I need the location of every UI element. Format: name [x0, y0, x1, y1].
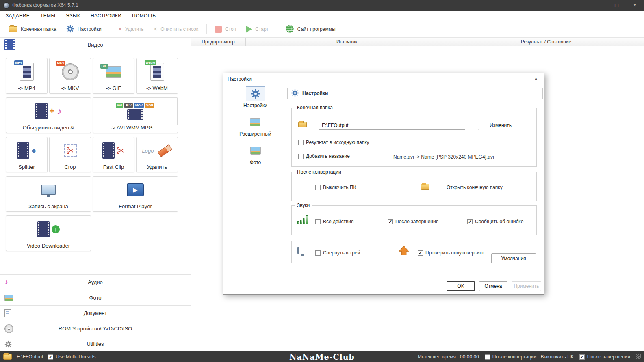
nav-item-settings[interactable]: Настройки	[243, 86, 267, 108]
stop-button[interactable]: Стоп	[210, 24, 241, 35]
start-icon	[246, 26, 252, 33]
toolbar-separator	[277, 24, 277, 34]
webm-file-icon: WebM	[137, 58, 178, 85]
tile-to-mp4[interactable]: MP4 -> MP4	[6, 58, 48, 94]
defaults-button[interactable]: Умолчания	[491, 253, 536, 263]
advanced-icon	[245, 115, 265, 129]
mp4-file-icon: MP4	[6, 58, 47, 85]
settings-button[interactable]: Настройки	[61, 23, 106, 36]
tile-video-downloader[interactable]: ↓ Video Downloader	[6, 215, 91, 251]
column-source[interactable]: Источник	[246, 38, 448, 46]
clear-list-label: Очистить список	[160, 26, 198, 32]
checkbox-result-source-folder[interactable]: Результат в исходную папку	[298, 140, 369, 145]
resize-grip[interactable]	[636, 354, 641, 359]
statusbar-folder-icon[interactable]	[3, 354, 12, 360]
change-button[interactable]: Изменить	[478, 121, 523, 130]
video-section-header[interactable]: Видео	[0, 38, 191, 52]
menu-item-themes[interactable]: ТЕМЫ	[40, 13, 55, 19]
tile-remove-logo[interactable]: Logo Удалить	[136, 137, 178, 172]
checkbox-sound-after-done[interactable]: ✓ После завершения	[388, 219, 438, 224]
output-folder-button[interactable]: Конечная папка	[4, 24, 61, 34]
dialog-title: Настройки	[228, 76, 252, 82]
menu-item-language[interactable]: ЯЗЫК	[66, 13, 80, 19]
toolbar-separator	[110, 24, 110, 34]
tile-to-gif[interactable]: GIF -> GIF	[93, 58, 134, 94]
open-folder-icon	[421, 184, 429, 190]
sidebar-item-photo[interactable]: Фото	[0, 290, 191, 305]
menu-item-task[interactable]: ЗАДАНИЕ	[6, 13, 30, 19]
apply-button[interactable]: Применить	[512, 281, 541, 291]
minimize-button[interactable]: –	[589, 0, 607, 11]
delete-button[interactable]: × Удалить	[113, 24, 149, 34]
website-label: Сайт программы	[297, 26, 336, 32]
watermark: NaNaMe-Club	[289, 352, 355, 361]
delete-icon: ×	[118, 26, 122, 32]
tray-monitor-icon	[297, 247, 299, 254]
statusbar-output-path[interactable]: E:\FFOutput	[17, 354, 43, 360]
checkbox-minimize-to-tray[interactable]: Свернуть в трей	[315, 250, 360, 256]
sidebar-item-rom[interactable]: ROM Устройство\DVD\CD\ISO	[0, 321, 191, 336]
stop-icon	[215, 26, 222, 33]
tile-format-player[interactable]: ▶ Format Player	[93, 176, 178, 212]
nav-item-photo[interactable]: Фото	[246, 143, 265, 165]
checkbox-check-new-version[interactable]: ✓ Проверить новую версию	[418, 250, 483, 256]
window-controls: – □ ×	[589, 0, 644, 11]
sidebar-item-audio[interactable]: ♪ Аудио	[0, 274, 191, 290]
dialog-close-button[interactable]: ×	[532, 75, 540, 82]
photo-icon	[4, 295, 13, 301]
cancel-button[interactable]: Отмена	[479, 281, 507, 291]
gif-image-icon: GIF	[93, 58, 134, 85]
gear-icon	[291, 89, 299, 98]
multi-format-icon: AVI FLV MOV VOB	[93, 98, 178, 125]
column-result[interactable]: Результат / Состояние	[448, 38, 644, 46]
close-button[interactable]: ×	[626, 0, 644, 11]
app-icon	[3, 2, 9, 9]
sidebar-item-utilities[interactable]: Utilities	[0, 336, 191, 351]
website-button[interactable]: Сайт программы	[280, 22, 340, 37]
output-folder-group: Конечная папка Изменить Результат в исхо…	[291, 108, 537, 167]
checkbox-add-name[interactable]: Добавить название	[298, 153, 350, 159]
tile-merge-video[interactable]: +♪ Объединить видео &	[6, 97, 91, 133]
tile-to-avi-wmv-mpg[interactable]: AVI FLV MOV VOB -> AVI WMV MPG ....	[93, 97, 178, 133]
settings-label: Настройки	[78, 26, 102, 32]
document-icon	[4, 309, 11, 317]
checkbox-open-output-folder[interactable]: Открыть конечную папку	[439, 185, 503, 190]
folder-icon	[9, 26, 17, 32]
folder-icon	[298, 122, 307, 127]
tile-screen-record[interactable]: Запись с экрана	[6, 176, 91, 212]
rename-example: Name.avi -> Name [PSP 320x240 MPEG4].avi	[393, 154, 494, 160]
utilities-gear-icon	[4, 340, 12, 348]
dialog-header-label: Настройки	[302, 90, 328, 96]
checkbox-shutdown-pc[interactable]: Выключить ПК	[315, 185, 356, 190]
sidebar-item-document[interactable]: Документ	[0, 305, 191, 321]
globe-icon	[285, 24, 294, 34]
output-path-input[interactable]	[319, 121, 465, 130]
checkbox-all-actions-sound[interactable]: Все действия	[315, 219, 353, 224]
nav-item-advanced[interactable]: Расширенный	[239, 115, 271, 137]
checkbox-shutdown-after-convert[interactable]: После конвертации : Выключить ПК	[485, 354, 574, 360]
checkbox-multithreads[interactable]: ✓ Use Multi-Threads	[48, 354, 95, 360]
tile-splitter[interactable]: ◆ Splitter	[6, 137, 48, 172]
sound-bars-icon	[297, 215, 308, 224]
column-preview[interactable]: Предпросмотр	[191, 38, 246, 46]
menu-item-help[interactable]: ПОМОЩЬ	[132, 13, 156, 19]
delete-label: Удалить	[125, 26, 144, 32]
window-title: Фабрика форматов X64 5.7.1	[12, 2, 78, 8]
disc-icon	[4, 324, 13, 333]
statusbar: E:\FFOutput ✓ Use Multi-Threads NaNaMe-C…	[0, 351, 644, 362]
downloader-icon: ↓	[6, 216, 91, 243]
app-window: Фабрика форматов X64 5.7.1 – □ × ЗАДАНИЕ…	[0, 0, 644, 362]
tile-fast-clip[interactable]: Fast Clip	[93, 137, 134, 172]
film-strip-icon	[4, 39, 15, 50]
tile-to-webm[interactable]: WebM -> WebM	[136, 58, 178, 94]
ok-button[interactable]: OK	[447, 281, 475, 291]
tile-to-mkv[interactable]: MKV -> MKV	[49, 58, 91, 94]
merge-video-icon: +♪	[6, 98, 91, 125]
menu-item-settings[interactable]: НАСТРОЙКИ	[91, 13, 121, 19]
start-button[interactable]: Старт	[241, 24, 273, 35]
maximize-button[interactable]: □	[607, 0, 626, 11]
checkbox-sound-on-error[interactable]: ✓ Сообщить об ошибке	[467, 219, 523, 224]
checkbox-after-completion[interactable]: ✓ После завершения	[579, 354, 630, 360]
clear-list-button[interactable]: × Очистить список	[149, 24, 203, 34]
tile-crop[interactable]: Crop	[49, 137, 91, 172]
